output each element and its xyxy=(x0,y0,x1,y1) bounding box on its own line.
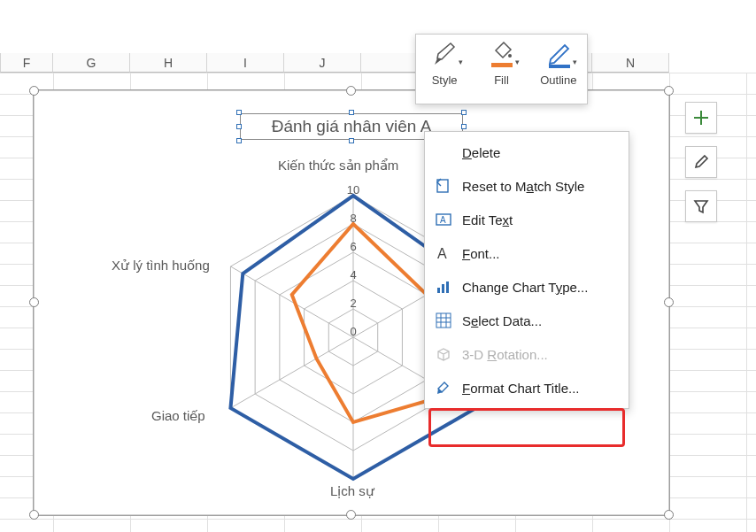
outline-button[interactable]: ▾ Outline xyxy=(534,40,582,87)
axis-label-upper-left: Xử lý tình huống xyxy=(112,258,210,274)
tick-2: 2 xyxy=(340,297,366,310)
menu-edit-text[interactable]: A Edit Text xyxy=(425,203,629,236)
svg-line-10 xyxy=(230,266,353,337)
svg-point-13 xyxy=(508,54,512,58)
col-header-n[interactable]: N xyxy=(592,53,669,73)
col-header-i[interactable]: I xyxy=(207,53,284,73)
svg-rect-23 xyxy=(436,313,451,328)
fill-button[interactable]: ▾ Fill xyxy=(477,40,526,87)
menu-font[interactable]: A Font... xyxy=(425,236,629,270)
paint-bucket-icon: ▾ xyxy=(488,40,514,70)
svg-text:A: A xyxy=(437,246,447,261)
menu-reset-match-style[interactable]: Reset to Match Style xyxy=(425,169,629,203)
chart-styles-button[interactable] xyxy=(685,146,717,178)
column-header-row: F G H I J M N xyxy=(0,53,756,73)
svg-rect-15 xyxy=(549,65,570,68)
svg-rect-21 xyxy=(442,284,444,293)
funnel-icon xyxy=(692,197,710,215)
axis-label-bottom: Lịch sự xyxy=(330,483,374,499)
menu-format-chart-title[interactable]: Format Chart Title... xyxy=(425,371,629,405)
svg-rect-14 xyxy=(491,63,513,67)
resize-handle[interactable] xyxy=(29,86,39,96)
resize-handle[interactable] xyxy=(29,297,39,307)
menu-select-data[interactable]: Select Data... xyxy=(425,304,629,337)
col-header-j[interactable]: J xyxy=(284,53,361,73)
tick-6: 6 xyxy=(340,240,366,253)
svg-rect-20 xyxy=(437,288,440,293)
tick-0: 0 xyxy=(340,325,366,338)
style-label: Style xyxy=(420,73,469,87)
outline-label: Outline xyxy=(534,73,582,87)
col-header-f[interactable]: F xyxy=(0,53,53,73)
resize-handle[interactable] xyxy=(346,86,356,96)
tick-8: 8 xyxy=(340,212,366,225)
svg-line-9 xyxy=(230,337,353,408)
brush-icon xyxy=(692,153,710,171)
svg-rect-22 xyxy=(446,281,449,293)
col-header-h[interactable]: H xyxy=(130,53,207,73)
reset-icon xyxy=(436,178,451,194)
chart-filters-button[interactable] xyxy=(685,190,717,222)
style-button[interactable]: ▾ Style xyxy=(420,40,469,87)
font-icon: A xyxy=(436,245,451,261)
chart-elements-button[interactable] xyxy=(685,102,717,134)
menu-change-chart-type[interactable]: Change Chart Type... xyxy=(425,270,629,304)
resize-handle[interactable] xyxy=(664,86,674,96)
tick-10: 10 xyxy=(340,183,366,197)
brush-icon: ▾ xyxy=(431,40,458,70)
mini-toolbar: ▾ Style ▾ Fill ▾ Outline xyxy=(415,34,588,104)
axis-label-top: Kiến thức sản phẩm xyxy=(278,158,398,173)
textbox-icon: A xyxy=(436,212,451,227)
plus-icon xyxy=(692,109,710,127)
chart-type-icon xyxy=(436,279,451,295)
resize-handle[interactable] xyxy=(664,297,674,307)
menu-3d-rotation: 3-D Rotation... xyxy=(425,337,629,371)
select-data-icon xyxy=(436,312,451,328)
context-menu: Delete Reset to Match Style A Edit Text … xyxy=(424,131,629,409)
pen-icon: ▾ xyxy=(545,40,572,70)
axis-label-lower-left: Giao tiếp xyxy=(151,408,205,424)
blank-icon xyxy=(436,144,451,160)
resize-handle[interactable] xyxy=(29,510,39,520)
resize-handle[interactable] xyxy=(346,510,356,520)
fill-label: Fill xyxy=(477,73,526,87)
tick-4: 4 xyxy=(340,268,366,281)
resize-handle[interactable] xyxy=(664,510,674,520)
chart-side-buttons xyxy=(685,102,717,235)
menu-delete[interactable]: Delete xyxy=(425,135,629,169)
format-icon xyxy=(436,380,451,396)
cube-icon xyxy=(436,346,451,362)
col-header-g[interactable]: G xyxy=(53,53,130,73)
svg-text:A: A xyxy=(440,215,446,225)
